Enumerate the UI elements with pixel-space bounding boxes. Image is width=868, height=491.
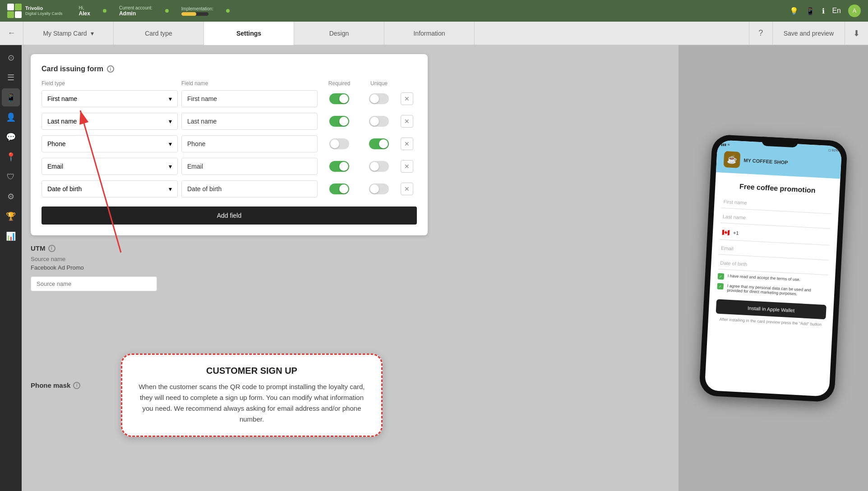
sidebar-item-settings[interactable]: ⚙ [2, 188, 20, 206]
phone-checkbox-2[interactable]: ✓ [717, 283, 724, 289]
tooltip-text: When the customer scans the QR code to p… [137, 381, 367, 425]
sidebar-item-locations[interactable]: 📍 [2, 148, 20, 166]
required-toggle-5[interactable] [329, 184, 349, 194]
info-icon[interactable]: ℹ [822, 7, 825, 15]
chevron-down-icon: ▾ [169, 185, 172, 193]
phone-promo-title: Free coffee promotion [722, 181, 833, 195]
utm-section: UTM i Source name Facebook Ad Promo [31, 244, 669, 291]
install-wallet-button[interactable]: Install in Apple Wallet [716, 299, 826, 319]
sidebar-item-messages[interactable]: 💬 [2, 128, 20, 146]
unique-toggle-5[interactable] [369, 184, 389, 194]
phone-checkbox-row-1: ✓ I have read and accept the terms of us… [718, 273, 828, 285]
phone-screen: ▮▮▮ ≋ ◻ 91% ☕ MY COFFEE SHOP Free coffee… [705, 140, 842, 397]
logo-cell-4 [15, 11, 22, 18]
logo: Trivolio Digital Loyalty Cards [7, 4, 63, 18]
logo-cell-1 [7, 4, 14, 10]
phone-mask-info-icon[interactable]: i [73, 382, 80, 389]
card-form-info-icon[interactable]: i [107, 65, 114, 73]
chevron-down-icon: ▾ [91, 30, 94, 37]
sidebar-item-mobile[interactable]: 📱 [2, 88, 20, 106]
delete-row-1[interactable]: ✕ [401, 92, 413, 105]
back-button[interactable]: ← [0, 22, 23, 45]
delete-row-4[interactable]: ✕ [401, 160, 413, 173]
nav-dot-1 [103, 9, 106, 13]
phone-code: +1 [733, 230, 739, 236]
sidebar-item-reports[interactable]: 📊 [2, 227, 20, 245]
add-field-button[interactable]: Add field [42, 206, 417, 225]
required-toggle-3[interactable] [329, 138, 349, 149]
tab-design[interactable]: Design [294, 22, 384, 45]
phone-content: Free coffee promotion First name Last na… [708, 172, 840, 334]
utm-source-label: Source name [31, 256, 669, 262]
impl-bar [181, 12, 208, 16]
utm-source-value: Facebook Ad Promo [31, 264, 669, 271]
tab-bar: ← My Stamp Card ▾ Card type Settings Des… [0, 22, 868, 45]
field-name-input-4[interactable] [181, 158, 318, 175]
logo-text: Trivolio Digital Loyalty Cards [25, 5, 63, 16]
phone-mockup: ▮▮▮ ≋ ◻ 91% ☕ MY COFFEE SHOP Free coffee… [699, 134, 848, 402]
sidebar-item-account[interactable]: 🛡 [2, 168, 20, 186]
field-name-input-5[interactable] [181, 180, 318, 197]
unique-toggle-3[interactable] [369, 138, 389, 149]
top-nav: Trivolio Digital Loyalty Cards Hi, Alex … [0, 0, 868, 22]
tooltip-title: CUSTOMER SIGN UP [137, 366, 367, 376]
delete-row-2[interactable]: ✕ [401, 115, 413, 128]
download-button[interactable]: ⬇ [845, 22, 868, 45]
table-row: Last name ▾ ✕ [42, 113, 417, 130]
table-row: Date of birth ▾ ✕ [42, 180, 417, 197]
save-preview-button[interactable]: Save and preview [772, 22, 845, 45]
unique-toggle-4[interactable] [369, 161, 389, 172]
form-table-header: Field type Field name Required Unique [42, 80, 417, 90]
chevron-down-icon: ▾ [169, 163, 172, 170]
nav-account: Current account: Admin [119, 5, 152, 17]
phone-signal: ▮▮▮ ≋ [721, 142, 730, 147]
utm-source-input[interactable] [31, 276, 157, 291]
bulb-icon[interactable]: 💡 [790, 7, 799, 15]
lang-selector[interactable]: En [832, 7, 841, 15]
tooltip-box: CUSTOMER SIGN UP When the customer scans… [121, 353, 383, 437]
sidebar-item-users[interactable]: 👤 [2, 108, 20, 126]
utm-info-icon[interactable]: i [48, 245, 55, 252]
delete-row-3[interactable]: ✕ [401, 138, 413, 150]
tab-settings[interactable]: Settings [204, 22, 294, 45]
phone-preview-area: ▮▮▮ ≋ ◻ 91% ☕ MY COFFEE SHOP Free coffee… [679, 45, 868, 491]
sidebar-item-rewards[interactable]: 🏆 [2, 207, 20, 225]
field-type-select-5[interactable]: Date of birth ▾ [42, 180, 178, 197]
table-row: Email ▾ ✕ [42, 158, 417, 175]
utm-title: UTM i [31, 244, 669, 252]
field-type-select-1[interactable]: First name ▾ [42, 90, 178, 107]
main-layout: ⊙ ☰ 📱 👤 💬 📍 🛡 ⚙ 🏆 📊 Card issuing form i [0, 45, 868, 491]
nav-dot-2 [165, 9, 169, 13]
card-form-title: Card issuing form i [42, 65, 417, 73]
avatar[interactable]: A [848, 5, 861, 17]
field-type-select-4[interactable]: Email ▾ [42, 158, 178, 175]
required-toggle-4[interactable] [329, 161, 349, 172]
sidebar-item-dashboard[interactable]: ⊙ [2, 49, 20, 67]
field-type-select-2[interactable]: Last name ▾ [42, 113, 178, 130]
table-row: Phone ▾ ✕ [42, 135, 417, 152]
phone-checkbox-1[interactable]: ✓ [718, 273, 725, 280]
tab-card-type[interactable]: Card type [114, 22, 204, 45]
nav-user: Hi, Alex [79, 5, 90, 17]
delete-row-5[interactable]: ✕ [401, 183, 413, 195]
unique-toggle-1[interactable] [369, 93, 389, 104]
field-name-input-2[interactable] [181, 113, 318, 130]
required-toggle-1[interactable] [329, 93, 349, 104]
phone-flag-icon: 🇨🇦 [722, 228, 730, 236]
form-table: Field type Field name Required Unique Fi… [42, 80, 417, 197]
phone-battery: ◻ 91% [828, 148, 838, 152]
field-name-input-1[interactable] [181, 90, 318, 107]
help-button[interactable]: ? [749, 22, 772, 45]
unique-toggle-2[interactable] [369, 116, 389, 127]
nav-implementation: Implementation: [181, 6, 213, 16]
field-name-input-3[interactable] [181, 135, 318, 152]
logo-cell-2 [15, 4, 22, 10]
field-type-select-3[interactable]: Phone ▾ [42, 135, 178, 152]
tab-information[interactable]: Information [384, 22, 475, 45]
content: Card issuing form i Field type Field nam… [22, 45, 679, 491]
phone-icon[interactable]: 📱 [806, 7, 815, 15]
logo-grid [7, 4, 22, 18]
tab-my-stamp-card[interactable]: My Stamp Card ▾ [23, 22, 114, 45]
sidebar-item-cards[interactable]: ☰ [2, 69, 20, 87]
required-toggle-2[interactable] [329, 116, 349, 127]
